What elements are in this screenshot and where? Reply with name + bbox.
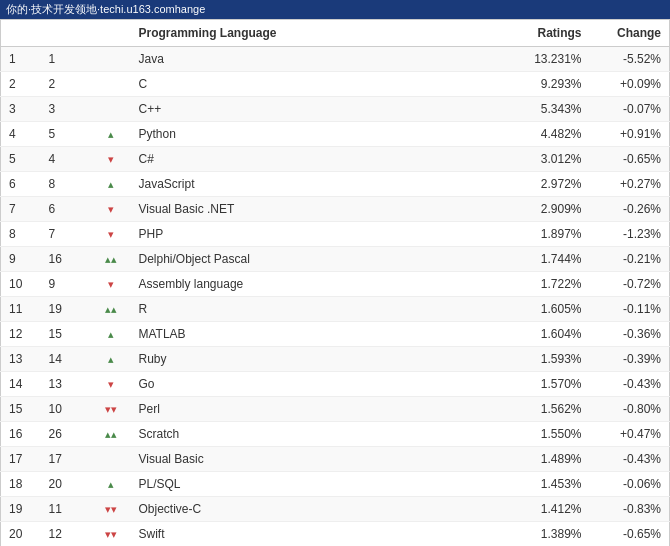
- prev-rank-cell: 4: [41, 147, 91, 172]
- prev-rank-cell: 19: [41, 297, 91, 322]
- change-cell: -0.26%: [590, 197, 670, 222]
- arrow-cell: ▾: [91, 147, 131, 172]
- arrow-cell: ▾: [91, 272, 131, 297]
- prev-rank-cell: 3: [41, 97, 91, 122]
- language-cell: R: [131, 297, 500, 322]
- table-row: 12 15 ▴ MATLAB 1.604% -0.36%: [1, 322, 670, 347]
- prev-rank-cell: 1: [41, 47, 91, 72]
- language-cell: Swift: [131, 522, 500, 547]
- arrow-cell: ▾: [91, 197, 131, 222]
- prev-rank-cell: 14: [41, 347, 91, 372]
- table-row: 19 11 ▾▾ Objective-C 1.412% -0.83%: [1, 497, 670, 522]
- rating-cell: 1.562%: [500, 397, 590, 422]
- change-cell: -0.11%: [590, 297, 670, 322]
- language-cell: C++: [131, 97, 500, 122]
- prev-rank-cell: 7: [41, 222, 91, 247]
- change-cell: +0.27%: [590, 172, 670, 197]
- arrow-cell: [91, 47, 131, 72]
- table-row: 18 20 ▴ PL/SQL 1.453% -0.06%: [1, 472, 670, 497]
- header-ratings: Ratings: [500, 20, 590, 47]
- rank-cell: 16: [1, 422, 41, 447]
- arrow-cell: ▾▾: [91, 522, 131, 547]
- rating-cell: 1.744%: [500, 247, 590, 272]
- change-cell: -0.21%: [590, 247, 670, 272]
- change-cell: -0.06%: [590, 472, 670, 497]
- rating-cell: 1.489%: [500, 447, 590, 472]
- language-cell: Assembly language: [131, 272, 500, 297]
- rank-cell: 2: [1, 72, 41, 97]
- table-row: 7 6 ▾ Visual Basic .NET 2.909% -0.26%: [1, 197, 670, 222]
- table-row: 8 7 ▾ PHP 1.897% -1.23%: [1, 222, 670, 247]
- change-cell: -0.83%: [590, 497, 670, 522]
- rank-cell: 4: [1, 122, 41, 147]
- arrow-cell: ▾: [91, 372, 131, 397]
- prev-rank-cell: 8: [41, 172, 91, 197]
- rank-cell: 5: [1, 147, 41, 172]
- rank-cell: 7: [1, 197, 41, 222]
- rating-cell: 13.231%: [500, 47, 590, 72]
- rank-cell: 19: [1, 497, 41, 522]
- change-cell: -0.36%: [590, 322, 670, 347]
- change-cell: -0.43%: [590, 372, 670, 397]
- rating-cell: 1.453%: [500, 472, 590, 497]
- change-cell: -0.43%: [590, 447, 670, 472]
- table-row: 14 13 ▾ Go 1.570% -0.43%: [1, 372, 670, 397]
- rank-cell: 11: [1, 297, 41, 322]
- prev-rank-cell: 17: [41, 447, 91, 472]
- arrow-cell: [91, 97, 131, 122]
- table-row: 20 12 ▾▾ Swift 1.389% -0.65%: [1, 522, 670, 547]
- table-row: 3 3 C++ 5.343% -0.07%: [1, 97, 670, 122]
- prev-rank-cell: 16: [41, 247, 91, 272]
- arrow-cell: [91, 447, 131, 472]
- rating-cell: 1.550%: [500, 422, 590, 447]
- rating-cell: 1.389%: [500, 522, 590, 547]
- arrow-cell: ▴▴: [91, 422, 131, 447]
- change-cell: -0.39%: [590, 347, 670, 372]
- change-cell: -1.23%: [590, 222, 670, 247]
- arrow-cell: ▴: [91, 172, 131, 197]
- change-cell: +0.47%: [590, 422, 670, 447]
- language-cell: MATLAB: [131, 322, 500, 347]
- change-cell: -0.65%: [590, 147, 670, 172]
- rating-cell: 9.293%: [500, 72, 590, 97]
- change-cell: -5.52%: [590, 47, 670, 72]
- change-cell: -0.72%: [590, 272, 670, 297]
- prev-rank-cell: 15: [41, 322, 91, 347]
- rating-cell: 1.604%: [500, 322, 590, 347]
- language-cell: Ruby: [131, 347, 500, 372]
- prev-rank-cell: 6: [41, 197, 91, 222]
- rank-cell: 6: [1, 172, 41, 197]
- language-cell: PHP: [131, 222, 500, 247]
- change-cell: -0.07%: [590, 97, 670, 122]
- prev-rank-cell: 10: [41, 397, 91, 422]
- language-cell: Perl: [131, 397, 500, 422]
- rating-cell: 2.972%: [500, 172, 590, 197]
- arrow-cell: ▴: [91, 122, 131, 147]
- language-cell: PL/SQL: [131, 472, 500, 497]
- table-header: Programming Language Ratings Change: [1, 20, 670, 47]
- language-cell: Visual Basic .NET: [131, 197, 500, 222]
- arrow-cell: ▴: [91, 322, 131, 347]
- table-row: 15 10 ▾▾ Perl 1.562% -0.80%: [1, 397, 670, 422]
- prev-rank-cell: 13: [41, 372, 91, 397]
- table-row: 10 9 ▾ Assembly language 1.722% -0.72%: [1, 272, 670, 297]
- watermark-bar: 你的·技术开发领地·techi.u163.comhange: [0, 0, 670, 19]
- rank-cell: 8: [1, 222, 41, 247]
- rank-cell: 1: [1, 47, 41, 72]
- watermark-text: 你的·技术开发领地·techi.u163.comhange: [6, 3, 205, 15]
- rankings-table: Programming Language Ratings Change 1 1 …: [0, 19, 670, 546]
- header-change: Change: [590, 20, 670, 47]
- language-cell: Java: [131, 47, 500, 72]
- rank-cell: 14: [1, 372, 41, 397]
- table-row: 6 8 ▴ JavaScript 2.972% +0.27%: [1, 172, 670, 197]
- rating-cell: 3.012%: [500, 147, 590, 172]
- table-row: 1 1 Java 13.231% -5.52%: [1, 47, 670, 72]
- header-rank: [1, 20, 41, 47]
- rating-cell: 1.722%: [500, 272, 590, 297]
- header-change-icon: [91, 20, 131, 47]
- arrow-cell: ▾: [91, 222, 131, 247]
- rating-cell: 1.897%: [500, 222, 590, 247]
- rating-cell: 1.605%: [500, 297, 590, 322]
- language-cell: C: [131, 72, 500, 97]
- language-cell: Python: [131, 122, 500, 147]
